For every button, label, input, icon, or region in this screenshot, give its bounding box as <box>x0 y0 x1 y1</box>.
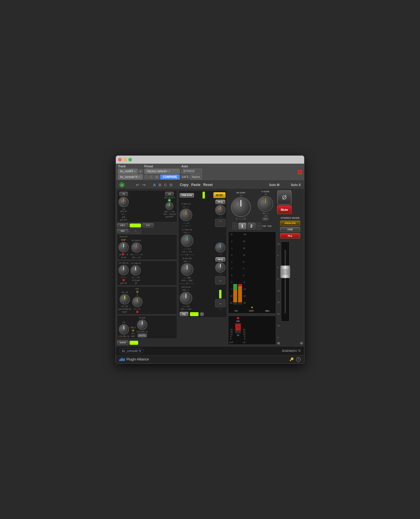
ab-button-a[interactable]: A <box>153 183 156 187</box>
preset-plus[interactable]: + <box>149 175 153 179</box>
hf-gain-knob[interactable] <box>215 205 225 215</box>
title-bar <box>116 156 304 164</box>
shelf-curve-btn-bot[interactable]: ⌣ <box>215 276 225 284</box>
preset-dropdown[interactable]: <factory default> ▾ <box>144 169 180 174</box>
ab-button-b[interactable]: B <box>159 183 161 187</box>
lf-curve-btn[interactable]: ⌣ <box>215 299 225 307</box>
rel2-led[interactable] <box>132 329 134 332</box>
lc-meter: 20 15 10 5 0 L/C <box>243 317 246 343</box>
power-button[interactable]: ⏻ <box>119 182 124 187</box>
ch2-btn[interactable]: 2 <box>247 223 255 229</box>
phase-button[interactable]: Ø <box>277 190 292 205</box>
screw-bl <box>277 342 280 345</box>
close-button[interactable] <box>118 158 122 161</box>
gain-knob[interactable] <box>131 242 142 253</box>
plugin-body: /3 7.5 kHz 18 8— pull pull LPF x3 <box>116 189 304 355</box>
track-section: Track bx_rooMS ▾ e bx_console N ▾ <box>118 165 143 179</box>
rge-knob[interactable] <box>132 297 142 307</box>
hpf-freq-knob[interactable] <box>165 202 173 210</box>
ch-next-btn[interactable]: › <box>257 223 261 229</box>
mute-button[interactable]: Mute <box>277 205 292 214</box>
app-right-icons: 🔑 ? <box>290 357 301 362</box>
reset-button[interactable]: Reset <box>203 183 213 187</box>
out-label: OUT <box>249 310 254 312</box>
gate-led[interactable] <box>130 341 138 345</box>
rge-led[interactable] <box>136 311 138 313</box>
ch-prev-btn[interactable]: ‹ <box>233 223 237 229</box>
meter-strip-right <box>238 233 242 304</box>
preset-minus[interactable]: - <box>144 175 148 179</box>
minimize-button[interactable] <box>123 158 127 161</box>
ab-button-c[interactable]: C <box>164 183 167 187</box>
pre-dyn-btn[interactable]: PRE DYN <box>180 193 194 197</box>
insc-btn[interactable]: IN SC <box>213 192 225 198</box>
key-btn[interactable]: KEY <box>117 223 128 227</box>
compare-button[interactable]: COMPARE <box>160 175 180 179</box>
vgain-off-btn[interactable]: OFF <box>262 217 269 221</box>
lc-btn[interactable]: L/C <box>142 223 154 227</box>
lmf-freq-knob[interactable] <box>181 263 193 276</box>
hyst-led[interactable] <box>122 253 124 255</box>
eq-enable-btn[interactable]: EQ <box>180 312 188 316</box>
undo-icon[interactable]: ↩ <box>136 183 139 187</box>
redo-icon[interactable]: ↪ <box>142 183 146 187</box>
record-indicator <box>298 170 302 174</box>
app-footer: Plugin Alliance 🔑 ? <box>116 355 304 363</box>
solo-m-label: Solo M <box>269 183 280 187</box>
arrow-right-btn[interactable]: → <box>130 228 141 233</box>
thr-knob1[interactable] <box>118 265 129 275</box>
rat-knob[interactable] <box>137 320 147 330</box>
analog-btn[interactable]: ANALOG <box>280 221 300 226</box>
preset-copy-btn[interactable]: ⊡ <box>154 175 159 179</box>
fader-handle[interactable] <box>280 266 290 278</box>
ab-button-d[interactable]: D <box>170 183 172 187</box>
track-dropdown[interactable]: bx_rooMS ▾ <box>118 169 138 174</box>
auto-btn[interactable]: AUTO <box>138 334 147 337</box>
one-btn[interactable]: ONE <box>280 227 300 232</box>
eq-panel: PRE DYN IN SC 17 kHz 1.5 11—— ——-3 ——-4 … <box>178 190 227 345</box>
lmf-gain-knob[interactable] <box>215 262 225 273</box>
lpf-freq-knob[interactable] <box>118 197 129 207</box>
eq-led[interactable] <box>190 312 199 316</box>
hiq-btn-bot[interactable]: HI-Q <box>215 257 225 262</box>
hmf-gain-knob[interactable] <box>215 242 225 253</box>
native-button[interactable]: Native <box>190 175 202 179</box>
key-icon[interactable]: 🔑 <box>290 357 294 361</box>
hyst-knob[interactable] <box>118 242 129 252</box>
mix-knob[interactable] <box>120 294 130 304</box>
in-gain-knob[interactable] <box>231 197 251 217</box>
all-btn[interactable]: ALL <box>280 233 300 238</box>
vu-meter-display: +3 2 1 0 1 2 3 5 7 10 -20 <box>228 231 276 314</box>
thr-led1[interactable] <box>122 279 125 281</box>
plugin-name-footer: bx_console N <box>119 348 144 353</box>
thr-knob2[interactable] <box>130 265 141 276</box>
maximize-button[interactable] <box>128 158 132 161</box>
shelf-curve-btn-top[interactable]: ⌒ <box>215 219 225 227</box>
rel-knob[interactable] <box>119 324 129 334</box>
mix-led[interactable] <box>136 291 138 293</box>
hiq-btn-top[interactable]: HI-Q <box>215 200 225 204</box>
bypass-button[interactable]: BYPASS <box>181 169 202 174</box>
help-icon[interactable]: ? <box>296 357 301 362</box>
lc-toggle[interactable] <box>130 223 141 227</box>
hf-freq-knob[interactable] <box>180 209 192 221</box>
track-label: Track <box>118 165 143 168</box>
mix-section: 20—30 10—40 pull 0 RGE 50 FAST MIX 3 2——… <box>117 286 177 314</box>
inv-btn[interactable]: INV <box>117 229 128 233</box>
x3-btn[interactable]: x3 <box>165 192 174 196</box>
lpf-div3-btn[interactable]: /3 <box>119 192 128 196</box>
gate-btn[interactable]: GATE <box>117 340 128 345</box>
plugin-name-dropdown[interactable]: bx_console N ▾ <box>118 175 143 179</box>
ch1-btn[interactable]: 1 <box>238 223 246 229</box>
plugin-footer: bx_console N brainworx ↻ <box>116 346 304 355</box>
hmf-freq-knob[interactable] <box>181 234 193 247</box>
hpf-led <box>168 199 171 201</box>
lf-led <box>219 290 221 298</box>
toolbar: ⏻ ↩ ↪ A B C D Copy Paste Reset Solo M So… <box>116 181 304 189</box>
lf-freq-knob[interactable] <box>180 292 192 304</box>
hpf-label: pull HPF <box>166 216 173 218</box>
v-gain-knob[interactable] <box>257 196 273 212</box>
track-suffix-btn[interactable]: e <box>138 169 143 173</box>
paste-button[interactable]: Paste <box>191 183 201 187</box>
copy-button[interactable]: Copy <box>180 183 189 187</box>
